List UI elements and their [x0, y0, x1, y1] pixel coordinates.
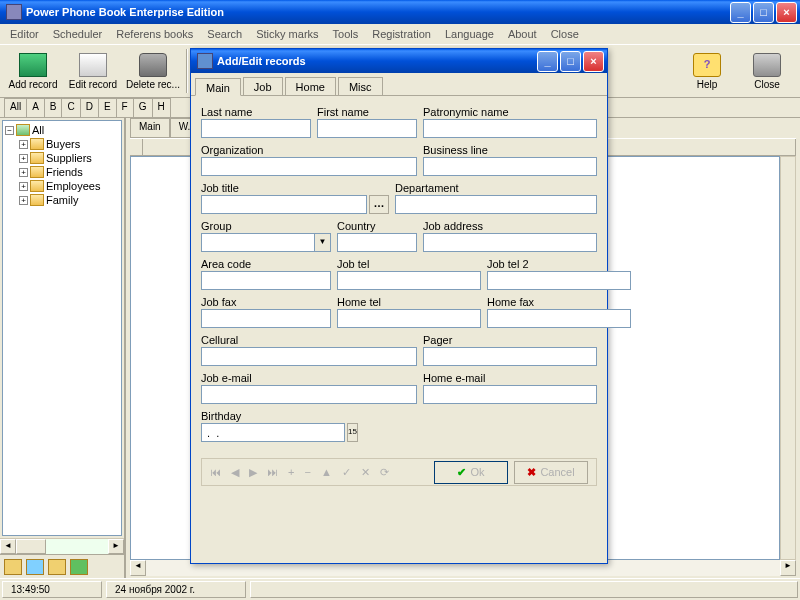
nav-prev-icon[interactable]: ◀ — [231, 466, 239, 479]
label-jobfax: Job fax — [201, 296, 331, 308]
nav-first-icon[interactable]: ⏮ — [210, 466, 221, 478]
expand-icon[interactable]: + — [19, 154, 28, 163]
sidebar-hscroll[interactable]: ◄ ► — [0, 538, 124, 554]
footer-icon-4[interactable] — [70, 559, 88, 575]
maximize-button[interactable]: □ — [753, 2, 774, 23]
input-jobtel[interactable] — [337, 271, 481, 290]
tree-item-buyers[interactable]: +Buyers — [5, 137, 119, 151]
expand-icon[interactable]: + — [19, 168, 28, 177]
dialog-titlebar[interactable]: Add/Edit records _ □ × — [191, 49, 607, 73]
expand-icon[interactable]: + — [19, 140, 28, 149]
input-areacode[interactable] — [201, 271, 331, 290]
alpha-a[interactable]: A — [26, 98, 45, 117]
dialog-icon — [197, 53, 213, 69]
input-firstname[interactable] — [317, 119, 417, 138]
dialog-tab-misc[interactable]: Misc — [338, 77, 383, 95]
input-country[interactable] — [337, 233, 417, 252]
chevron-down-icon[interactable]: ▼ — [314, 234, 330, 251]
menu-close[interactable]: Close — [547, 26, 583, 42]
input-jobfax[interactable] — [201, 309, 331, 328]
input-cellural[interactable] — [201, 347, 417, 366]
nav-last-icon[interactable]: ⏭ — [267, 466, 278, 478]
alpha-f[interactable]: F — [116, 98, 134, 117]
tool-help[interactable]: ? Help — [678, 47, 736, 95]
input-jobaddr[interactable] — [423, 233, 597, 252]
menu-tools[interactable]: Tools — [329, 26, 363, 42]
tree-item-suppliers[interactable]: +Suppliers — [5, 151, 119, 165]
expand-icon[interactable]: + — [19, 196, 28, 205]
footer-icon-1[interactable] — [4, 559, 22, 575]
calendar-button[interactable]: 15 — [347, 423, 358, 442]
input-dept[interactable] — [395, 195, 597, 214]
menu-editor[interactable]: Editor — [6, 26, 43, 42]
minimize-button[interactable]: _ — [730, 2, 751, 23]
expand-icon[interactable]: + — [19, 182, 28, 191]
dialog-close-button[interactable]: × — [583, 51, 604, 72]
input-jobtitle[interactable] — [201, 195, 367, 214]
alpha-h[interactable]: H — [152, 98, 171, 117]
alpha-d[interactable]: D — [80, 98, 99, 117]
scroll-left-icon[interactable]: ◄ — [0, 539, 16, 554]
cancel-button[interactable]: ✖Cancel — [514, 461, 588, 484]
grid-col-selector[interactable] — [130, 139, 143, 155]
input-busline[interactable] — [423, 157, 597, 176]
close-button[interactable]: × — [776, 2, 797, 23]
footer-icon-2[interactable] — [26, 559, 44, 575]
nav-next-icon[interactable]: ▶ — [249, 466, 257, 479]
input-jobemail[interactable] — [201, 385, 417, 404]
grid-vscroll[interactable] — [780, 156, 796, 560]
content-tab-main[interactable]: Main — [130, 118, 170, 138]
alpha-g[interactable]: G — [133, 98, 153, 117]
nav-refresh-icon[interactable]: ⟳ — [380, 466, 389, 479]
menu-registration[interactable]: Registration — [368, 26, 435, 42]
browse-jobtitle-button[interactable]: … — [369, 195, 389, 214]
tree-item-family[interactable]: +Family — [5, 193, 119, 207]
tree-item-friends[interactable]: +Friends — [5, 165, 119, 179]
menu-language[interactable]: Language — [441, 26, 498, 42]
alpha-b[interactable]: B — [44, 98, 63, 117]
menu-scheduler[interactable]: Scheduler — [49, 26, 107, 42]
tree-item-employees[interactable]: +Employees — [5, 179, 119, 193]
input-jobtel2[interactable] — [487, 271, 631, 290]
input-lastname[interactable] — [201, 119, 311, 138]
alpha-all[interactable]: All — [4, 98, 27, 117]
menu-search[interactable]: Search — [203, 26, 246, 42]
folder-icon — [30, 194, 44, 206]
nav-post-icon[interactable]: ✓ — [342, 466, 351, 479]
tree-root[interactable]: − All — [5, 123, 119, 137]
dialog-minimize-button[interactable]: _ — [537, 51, 558, 72]
ok-button[interactable]: ✔Ok — [434, 461, 508, 484]
menu-about[interactable]: About — [504, 26, 541, 42]
dialog-tab-job[interactable]: Job — [243, 77, 283, 95]
alpha-e[interactable]: E — [98, 98, 117, 117]
scroll-right-icon[interactable]: ► — [108, 539, 124, 554]
combo-group[interactable]: ▼ — [201, 233, 331, 252]
input-homeemail[interactable] — [423, 385, 597, 404]
tool-add-record[interactable]: Add record — [4, 47, 62, 95]
menu-referens[interactable]: Referens books — [112, 26, 197, 42]
tool-delete-record[interactable]: Delete rec... — [124, 47, 182, 95]
scroll-left-icon[interactable]: ◄ — [130, 560, 146, 576]
dialog-tab-main[interactable]: Main — [195, 78, 241, 96]
tool-close[interactable]: Close — [738, 47, 796, 95]
dialog-tab-home[interactable]: Home — [285, 77, 336, 95]
scroll-right-icon[interactable]: ► — [780, 560, 796, 576]
input-pager[interactable] — [423, 347, 597, 366]
input-patronymic[interactable] — [423, 119, 597, 138]
input-org[interactable] — [201, 157, 417, 176]
nav-cancel-icon[interactable]: ✕ — [361, 466, 370, 479]
nav-add-icon[interactable]: + — [288, 466, 294, 478]
input-hometel[interactable] — [337, 309, 481, 328]
tree-view[interactable]: − All +Buyers +Suppliers +Friends +Emplo… — [2, 120, 122, 536]
tool-edit-record[interactable]: Edit record — [64, 47, 122, 95]
menu-sticky[interactable]: Sticky marks — [252, 26, 322, 42]
nav-edit-icon[interactable]: ▲ — [321, 466, 332, 478]
nav-del-icon[interactable]: − — [304, 466, 310, 478]
collapse-icon[interactable]: − — [5, 126, 14, 135]
scroll-thumb[interactable] — [16, 539, 46, 554]
dialog-maximize-button[interactable]: □ — [560, 51, 581, 72]
input-birthday[interactable] — [201, 423, 345, 442]
input-homefax[interactable] — [487, 309, 631, 328]
alpha-c[interactable]: C — [61, 98, 80, 117]
footer-icon-3[interactable] — [48, 559, 66, 575]
